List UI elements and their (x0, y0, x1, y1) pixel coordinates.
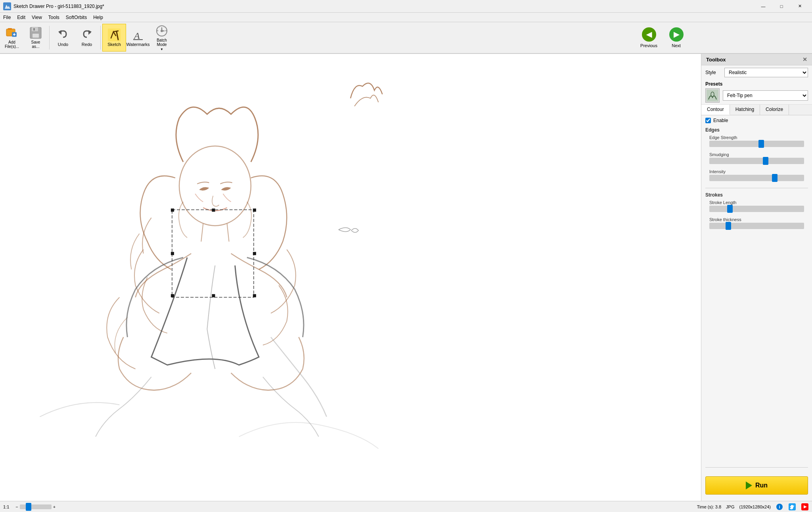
edges-section-header: Edges (701, 126, 812, 134)
svg-rect-8 (33, 34, 39, 38)
app-icon (3, 2, 11, 10)
menu-tools[interactable]: Tools (45, 13, 63, 22)
redo-button[interactable]: Redo (75, 24, 99, 52)
info-icon[interactable]: i (776, 503, 783, 511)
edge-strength-label: Edge Strength (705, 135, 808, 140)
save-as-label: Saveas... (31, 40, 40, 49)
menu-help[interactable]: Help (90, 13, 106, 22)
enable-checkbox[interactable] (705, 118, 711, 123)
zoom-controls: − + (15, 504, 56, 509)
toolbox-header: Toolbox ✕ (701, 54, 812, 65)
undo-button[interactable]: Undo (51, 24, 75, 52)
presets-icon (705, 88, 720, 103)
redo-label: Redo (82, 42, 92, 47)
time-label: Time (s): 3.8 (697, 504, 721, 509)
edge-strength-row: Edge Strength (701, 134, 812, 151)
svg-rect-2 (8, 28, 12, 30)
undo-label: Undo (58, 42, 68, 47)
sketch-image (0, 54, 701, 501)
svg-rect-28 (171, 252, 174, 255)
save-as-button[interactable]: Saveas... (24, 24, 48, 52)
batch-mode-button[interactable]: BatchMode ▼ (150, 24, 174, 52)
run-label: Run (755, 482, 768, 489)
style-select[interactable]: Realistic Cartoon Pencil (724, 68, 808, 77)
menu-file[interactable]: File (0, 13, 14, 22)
presets-label: Presets (705, 81, 808, 87)
style-label: Style (705, 70, 721, 75)
intensity-slider[interactable] (709, 175, 804, 181)
svg-marker-10 (58, 30, 61, 35)
watermarks-icon: A (132, 29, 144, 41)
maximize-button[interactable]: □ (772, 0, 791, 13)
youtube-icon[interactable] (801, 503, 809, 511)
format-label: JPG (726, 504, 734, 509)
previous-button[interactable]: ◀ Previous (636, 23, 662, 52)
style-row: Style Realistic Cartoon Pencil (701, 65, 812, 80)
zoom-slider[interactable] (20, 504, 52, 509)
watermarks-button[interactable]: A Watermarks (126, 24, 150, 52)
svg-rect-9 (33, 28, 35, 31)
svg-rect-32 (253, 294, 256, 297)
enable-row: Enable (701, 115, 812, 126)
window-title: Sketch Drawer Pro - girl-511883_1920.jpg… (13, 4, 754, 9)
edge-strength-slider[interactable] (709, 141, 804, 147)
nav-buttons: ◀ Previous ▶ Next (636, 23, 689, 52)
presets-row: Felt-Tip pen Pencil Charcoal (705, 88, 808, 103)
svg-rect-30 (171, 294, 174, 297)
sketch-icon (108, 29, 121, 41)
tab-hatching[interactable]: Hatching (730, 105, 760, 115)
svg-rect-21 (165, 30, 167, 31)
next-button[interactable]: ▶ Next (663, 23, 689, 52)
batch-mode-label: BatchMode (157, 38, 167, 47)
toolbar-sep-1 (49, 26, 50, 50)
minimize-button[interactable]: — (754, 0, 772, 13)
tab-contour[interactable]: Contour (701, 105, 730, 115)
intensity-row: Intensity (701, 168, 812, 185)
svg-rect-20 (157, 30, 158, 31)
svg-text:i: i (779, 504, 780, 509)
title-bar: Sketch Drawer Pro - girl-511883_1920.jpg… (0, 0, 812, 13)
menu-bar: File Edit View Tools SoftOrbits Help (0, 13, 812, 22)
svg-rect-22 (0, 59, 701, 497)
svg-rect-31 (212, 294, 215, 297)
close-button[interactable]: ✕ (791, 0, 809, 13)
svg-marker-11 (88, 30, 92, 35)
presets-section: Presets Felt-Tip pen Pencil Charcoal (701, 80, 812, 105)
menu-softorbits[interactable]: SoftOrbits (63, 13, 90, 22)
svg-rect-27 (253, 208, 256, 212)
run-button[interactable]: Run (705, 476, 808, 495)
next-icon: ▶ (669, 27, 684, 42)
toolbar: AddFile(s)... Saveas... Undo (0, 22, 812, 54)
svg-rect-29 (253, 252, 256, 255)
stroke-length-slider[interactable] (709, 206, 804, 212)
menu-edit[interactable]: Edit (14, 13, 29, 22)
sketch-button[interactable]: Sketch (102, 24, 126, 52)
menu-view[interactable]: View (29, 13, 45, 22)
stroke-length-row: Stroke Length (701, 199, 812, 216)
status-right: Time (s): 3.8 JPG (1920x1280x24) i (697, 503, 809, 511)
redo-icon (80, 29, 93, 41)
canvas-inner (0, 54, 701, 501)
stroke-thickness-slider[interactable] (709, 223, 804, 229)
watermarks-label: Watermarks (126, 42, 150, 47)
tab-colorize[interactable]: Colorize (760, 105, 789, 115)
toolbar-sep-2 (100, 26, 101, 50)
batch-dropdown-icon: ▼ (160, 48, 163, 51)
svg-rect-25 (171, 208, 174, 212)
smudging-slider[interactable] (709, 158, 804, 164)
add-files-label: AddFile(s)... (5, 40, 19, 49)
toolbox-panel: Toolbox ✕ Style Realistic Cartoon Pencil… (701, 54, 812, 501)
svg-rect-33 (707, 90, 718, 101)
status-bar: 1:1 − + Time (s): 3.8 JPG (1920x1280x24)… (0, 501, 812, 512)
toolbox-close-button[interactable]: ✕ (802, 56, 807, 63)
intensity-label: Intensity (705, 169, 808, 174)
presets-select[interactable]: Felt-Tip pen Pencil Charcoal (723, 90, 808, 101)
resolution-label: (1920x1280x24) (739, 504, 771, 509)
twitter-icon[interactable] (788, 503, 796, 511)
smudging-label: Smudging (705, 152, 808, 157)
canvas-area[interactable] (0, 54, 701, 501)
add-files-button[interactable]: AddFile(s)... (0, 24, 24, 52)
svg-rect-19 (164, 26, 165, 27)
zoom-out-icon: − (15, 504, 18, 509)
previous-icon: ◀ (642, 27, 656, 42)
